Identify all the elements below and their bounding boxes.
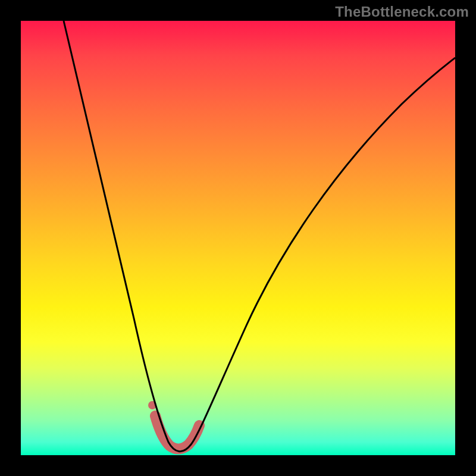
plot-area (21, 21, 455, 455)
bottleneck-curve (64, 21, 455, 452)
optimal-zone-highlight (155, 416, 199, 449)
curve-svg (21, 21, 455, 455)
watermark-text: TheBottleneck.com (335, 4, 469, 20)
chart-frame: TheBottleneck.com (0, 0, 476, 476)
